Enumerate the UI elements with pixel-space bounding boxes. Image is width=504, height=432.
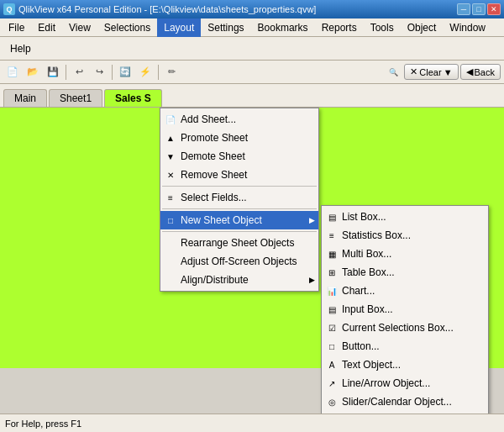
- demote-sheet-icon: ▼: [164, 150, 177, 163]
- button-icon: □: [325, 340, 339, 353]
- button-item[interactable]: □ Button...: [322, 337, 488, 356]
- status-bar: For Help, press F1: [0, 414, 504, 432]
- toolbar-design[interactable]: ✏: [162, 63, 181, 82]
- rearrange-icon: [164, 236, 177, 250]
- menu-sep2: [162, 208, 317, 209]
- back-arrow-icon: ◀: [466, 66, 473, 77]
- menu-tools[interactable]: Tools: [364, 18, 401, 37]
- minimize-button[interactable]: ─: [457, 3, 470, 15]
- demote-sheet-item[interactable]: ▼ Demote Sheet: [160, 147, 318, 166]
- remove-sheet-icon: ✕: [164, 168, 177, 182]
- line-arrow-item[interactable]: ↗ Line/Arrow Object...: [322, 374, 488, 392]
- toolbar-new[interactable]: 📄: [3, 63, 22, 82]
- toolbar-undo[interactable]: ↩: [70, 63, 88, 82]
- sheet-tab-sheet1[interactable]: Sheet1: [49, 89, 102, 107]
- text-object-item[interactable]: A Text Object...: [322, 356, 488, 374]
- back-label: Back: [475, 67, 495, 77]
- list-box-item[interactable]: ▤ List Box...: [322, 208, 488, 226]
- sep3: [158, 65, 159, 80]
- rearrange-item[interactable]: Rearrange Sheet Objects: [160, 234, 318, 252]
- menu-help[interactable]: Help: [3, 40, 38, 58]
- toolbar-open[interactable]: 📂: [24, 63, 42, 82]
- input-box-item[interactable]: ▤ Input Box...: [322, 300, 488, 319]
- toolbar-icons: 📄 📂 💾 ↩ ↪ 🔄 ⚡ ✏ 🔍 ✕ Clear ▼ ◀ Back: [0, 61, 504, 84]
- menu-sep1: [162, 186, 317, 187]
- text-object-icon: A: [325, 358, 339, 371]
- chart-icon: 📊: [325, 284, 339, 298]
- menu-bookmarks[interactable]: Bookmarks: [251, 18, 315, 37]
- menu-view[interactable]: View: [62, 18, 97, 37]
- sep2: [112, 65, 113, 80]
- remove-sheet-item[interactable]: ✕ Remove Sheet: [160, 166, 318, 184]
- clear-dropdown-icon[interactable]: ▼: [444, 67, 453, 77]
- slider-calendar-icon: ◎: [325, 395, 339, 408]
- table-box-item[interactable]: ⊞ Table Box...: [322, 263, 488, 282]
- align-icon: [164, 273, 177, 287]
- maximize-button[interactable]: □: [472, 3, 486, 15]
- toolbar-reload[interactable]: 🔄: [116, 63, 134, 82]
- table-box-icon: ⊞: [325, 266, 339, 279]
- status-text: For Help, press F1: [5, 419, 81, 429]
- align-item[interactable]: Align/Distribute: [160, 271, 318, 289]
- chart-item[interactable]: 📊 Chart...: [322, 282, 488, 300]
- menu-bar: File Edit View Selections Layout Setting…: [0, 18, 504, 37]
- menu-selections[interactable]: Selections: [97, 18, 157, 37]
- input-box-icon: ▤: [325, 303, 339, 316]
- adjust-icon: [164, 255, 177, 268]
- app-icon: Q: [3, 3, 15, 15]
- multi-box-icon: ▦: [325, 247, 339, 261]
- select-fields-icon: ≡: [164, 191, 177, 204]
- adjust-item[interactable]: Adjust Off-Screen Objects: [160, 252, 318, 271]
- menu-edit[interactable]: Edit: [31, 18, 62, 37]
- toolbar-zoom[interactable]: 🔍: [384, 63, 402, 82]
- current-selections-icon: ☑: [325, 321, 339, 335]
- toolbar-save[interactable]: 💾: [44, 63, 62, 82]
- multi-box-item[interactable]: ▦ Multi Box...: [322, 245, 488, 263]
- stats-box-item[interactable]: ≡ Statistics Box...: [322, 226, 488, 245]
- new-sheet-object-item[interactable]: □ New Sheet Object: [160, 211, 318, 229]
- add-sheet-icon: 📄: [164, 113, 177, 126]
- list-box-icon: ▤: [325, 210, 339, 224]
- toolbar-redo[interactable]: ↪: [90, 63, 108, 82]
- current-selections-item[interactable]: ☑ Current Selections Box...: [322, 319, 488, 337]
- title-bar-left: Q QlikView x64 Personal Edition - [E:\Ql…: [3, 3, 316, 15]
- close-button[interactable]: ✕: [487, 3, 501, 15]
- menu-settings[interactable]: Settings: [201, 18, 250, 37]
- clear-label: Clear: [419, 67, 441, 77]
- app-window: Q QlikView x64 Personal Edition - [E:\Ql…: [0, 0, 504, 432]
- add-sheet-item[interactable]: 📄 Add Sheet...: [160, 110, 318, 129]
- menu-object[interactable]: Object: [401, 18, 444, 37]
- title-bar: Q QlikView x64 Personal Edition - [E:\Ql…: [0, 0, 504, 18]
- sheet-tab-sales[interactable]: Sales S: [104, 89, 162, 107]
- sheet-tab-main[interactable]: Main: [3, 89, 47, 107]
- title-bar-controls: ─ □ ✕: [457, 3, 501, 15]
- sheet-tabs-bar: Main Sheet1 Sales S: [0, 84, 504, 108]
- promote-sheet-item[interactable]: ▲ Promote Sheet: [160, 129, 318, 147]
- toolbar-help: Help: [0, 37, 504, 61]
- stats-box-icon: ≡: [325, 229, 339, 242]
- select-fields-item[interactable]: ≡ Select Fields...: [160, 188, 318, 207]
- menu-sep3: [162, 231, 317, 232]
- clear-icon: ✕: [410, 66, 417, 77]
- promote-sheet-icon: ▲: [164, 131, 177, 145]
- new-sheet-object-icon: □: [164, 213, 177, 227]
- toolbar-partial-reload[interactable]: ⚡: [136, 63, 155, 82]
- title-bar-text: QlikView x64 Personal Edition - [E:\Qlik…: [18, 4, 316, 14]
- slider-calendar-item[interactable]: ◎ Slider/Calendar Object...: [322, 392, 488, 411]
- menu-layout[interactable]: Layout: [157, 18, 201, 37]
- menu-window[interactable]: Window: [443, 18, 492, 37]
- line-arrow-icon: ↗: [325, 377, 339, 390]
- sep1: [66, 65, 66, 80]
- clear-button[interactable]: ✕ Clear ▼: [404, 64, 458, 80]
- new-sheet-object-submenu: ▤ List Box... ≡ Statistics Box... ▦ Mult…: [321, 205, 489, 432]
- main-content: 📄 Add Sheet... ▲ Promote Sheet ▼ Demote …: [0, 108, 504, 368]
- menu-file[interactable]: File: [2, 18, 31, 37]
- layout-menu-dropdown: 📄 Add Sheet... ▲ Promote Sheet ▼ Demote …: [160, 108, 319, 292]
- menu-reports[interactable]: Reports: [315, 18, 364, 37]
- back-button[interactable]: ◀ Back: [460, 64, 501, 80]
